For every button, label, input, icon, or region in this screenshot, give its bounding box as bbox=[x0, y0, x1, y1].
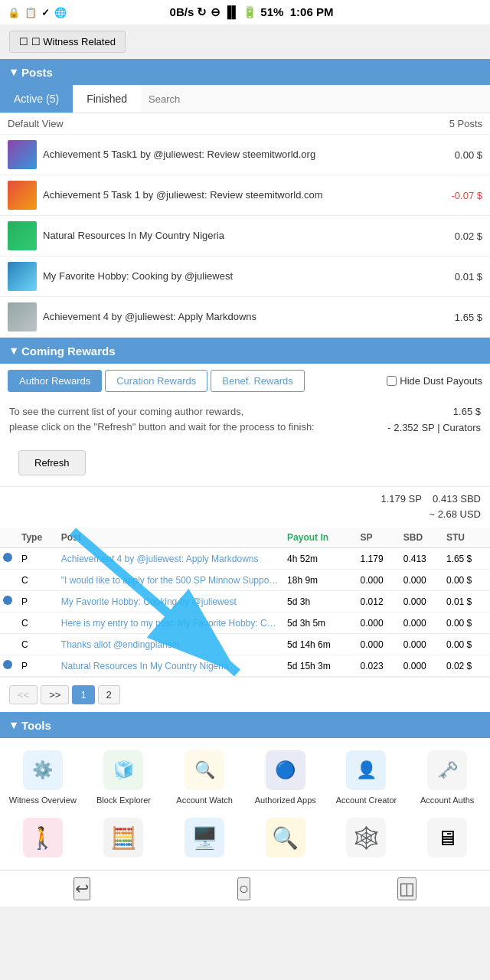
rewards-info-text: To see the current list of your coming a… bbox=[9, 404, 387, 434]
tool-item[interactable]: 🔍 bbox=[249, 818, 322, 858]
refresh-button[interactable]: Refresh bbox=[18, 450, 86, 475]
post-thumbnail bbox=[8, 302, 37, 332]
row-payout: 5d 15h 3m bbox=[284, 655, 358, 677]
tool-item[interactable]: 🖥️ bbox=[168, 818, 241, 858]
tool-item[interactable]: 🖥 bbox=[410, 818, 484, 858]
tool-label: Account Watch bbox=[176, 795, 233, 805]
row-post[interactable]: Thanks allot @endingplarism bbox=[58, 634, 284, 655]
row-dot bbox=[3, 553, 12, 562]
row-sbd: 0.000 bbox=[400, 570, 443, 591]
row-dot bbox=[3, 639, 12, 648]
row-stu: 0.00 $ bbox=[443, 634, 490, 655]
tool-label: Account Creator bbox=[336, 795, 397, 805]
row-post[interactable]: Natural Resources In My Country Nigeria bbox=[58, 655, 284, 677]
row-stu: 0.00 $ bbox=[443, 570, 490, 591]
rewards-info: To see the current list of your coming a… bbox=[0, 398, 490, 443]
row-post[interactable]: My Favorite Hobby: Cooking by @juliewest bbox=[58, 591, 284, 612]
tool-item[interactable]: 🗝️ Account Auths bbox=[410, 750, 484, 805]
post-thumbnail bbox=[8, 181, 37, 210]
summary-usd: ~ 2.68 USD bbox=[429, 508, 481, 520]
witness-label: ☐ Witness Related bbox=[31, 36, 116, 47]
tool-icon: 🕸️ bbox=[346, 818, 386, 858]
filter-label: Default View bbox=[8, 118, 64, 129]
tool-item[interactable]: 🔍 Account Watch bbox=[168, 750, 241, 805]
tab-benef-rewards[interactable]: Benef. Rewards bbox=[211, 370, 305, 392]
table-row[interactable]: CThanks allot @endingplarism5d 14h 6m0.0… bbox=[0, 634, 490, 655]
coming-rewards-header: ▾ Coming Rewards bbox=[0, 338, 490, 364]
rewards-tabs: Author Rewards Curation Rewards Benef. R… bbox=[0, 364, 490, 398]
tools-arrow-icon: ▾ bbox=[11, 718, 17, 732]
status-center: 0B/s ↻ ⊖ ▐▌ 🔋 51% 1:06 PM bbox=[170, 5, 334, 19]
page-1[interactable]: 1 bbox=[72, 685, 94, 704]
post-value: 0.00 $ bbox=[455, 149, 482, 161]
table-row[interactable]: PAchievement 4 by @juliewest: Apply Mark… bbox=[0, 548, 490, 570]
tool-icon: 🧊 bbox=[103, 750, 143, 790]
tool-item[interactable]: 👤 Account Creator bbox=[330, 750, 403, 805]
tools-grid: ⚙️ Witness Overview 🧊 Block Explorer 🔍 A… bbox=[0, 738, 490, 818]
tab-author-rewards[interactable]: Author Rewards bbox=[8, 370, 102, 392]
tab-curation-rewards[interactable]: Curation Rewards bbox=[105, 370, 207, 392]
tool-item[interactable]: 🔵 Authorized Apps bbox=[249, 750, 322, 805]
tool-icon: 🚶 bbox=[23, 818, 63, 858]
list-item[interactable]: Achievement 5 Task 1 by @juliewest: Revi… bbox=[0, 175, 490, 216]
dust-checkbox-input[interactable] bbox=[387, 376, 397, 386]
tools-section-header: ▾ Tools bbox=[0, 712, 490, 738]
post-thumbnail bbox=[8, 262, 37, 291]
col-type: Type bbox=[18, 528, 58, 548]
table-row[interactable]: CHere is my entry to my post: My Favorit… bbox=[0, 612, 490, 634]
rewards-arrow-icon: ▾ bbox=[11, 344, 17, 358]
list-item[interactable]: Achievement 5 Task1 by @juliewest: Revie… bbox=[0, 135, 490, 175]
tool-icon: 🔍 bbox=[266, 818, 305, 858]
row-sbd: 0.000 bbox=[400, 634, 443, 655]
rewards-summary: 1.179 SP 0.413 SBD ~ 2.68 USD bbox=[0, 486, 490, 528]
witness-checkbox[interactable]: ☐ bbox=[19, 36, 28, 47]
back-button[interactable]: ↩ bbox=[74, 877, 90, 900]
tool-item[interactable]: 🕸️ bbox=[330, 818, 403, 858]
row-dot bbox=[3, 617, 12, 626]
col-dot bbox=[0, 528, 18, 548]
post-title: Achievement 5 Task1 by @juliewest: Revie… bbox=[43, 149, 449, 162]
page-next[interactable]: >> bbox=[41, 685, 69, 704]
tool-item[interactable]: 🧊 Block Explorer bbox=[87, 750, 161, 805]
chrome-icon: 🌐 bbox=[54, 7, 67, 18]
row-type: C bbox=[18, 570, 58, 591]
row-payout: 5d 14h 6m bbox=[284, 634, 358, 655]
list-item[interactable]: Achievement 4 by @juliewest: Apply Markd… bbox=[0, 297, 490, 338]
row-post[interactable]: "I would like to apply for the 500 SP Mi… bbox=[58, 570, 284, 591]
post-thumbnail bbox=[8, 140, 37, 169]
tool-icon: 🔵 bbox=[266, 750, 305, 790]
post-value: 1.65 $ bbox=[455, 312, 482, 323]
row-post[interactable]: Achievement 4 by @juliewest: Apply Markd… bbox=[58, 548, 284, 570]
tool-item[interactable]: 🚶 bbox=[6, 818, 80, 858]
list-item[interactable]: Natural Resources In My Country Nigeria … bbox=[0, 216, 490, 256]
row-payout: 5d 3h 5m bbox=[284, 612, 358, 634]
list-item[interactable]: My Favorite Hobby: Cooking by @juliewest… bbox=[0, 256, 490, 297]
recent-button[interactable]: ◫ bbox=[397, 877, 416, 900]
tool-item[interactable]: 🧮 bbox=[87, 818, 161, 858]
tab-finished[interactable]: Finished bbox=[73, 85, 141, 113]
dust-checkbox-container[interactable]: Hide Dust Payouts bbox=[387, 375, 482, 387]
tool-item[interactable]: ⚙️ Witness Overview bbox=[6, 750, 80, 805]
row-post[interactable]: Here is my entry to my post: My Favorite… bbox=[58, 612, 284, 634]
page-prev-prev[interactable]: << bbox=[9, 685, 38, 704]
search-input[interactable] bbox=[141, 85, 490, 113]
tab-active[interactable]: Active (5) bbox=[0, 85, 73, 113]
row-sbd: 0.413 bbox=[400, 548, 443, 570]
posts-section-header: ▾ Posts bbox=[0, 59, 490, 85]
row-sp: 0.000 bbox=[358, 570, 400, 591]
table-row[interactable]: PNatural Resources In My Country Nigeria… bbox=[0, 655, 490, 677]
tools-grid-row2: 🚶 🧮 🖥️ 🔍 🕸️ 🖥 bbox=[0, 818, 490, 870]
post-list: Achievement 5 Task1 by @juliewest: Revie… bbox=[0, 135, 490, 338]
row-sp: 0.000 bbox=[358, 634, 400, 655]
row-payout: 4h 52m bbox=[284, 548, 358, 570]
table-row[interactable]: PMy Favorite Hobby: Cooking by @juliewes… bbox=[0, 591, 490, 612]
page-2[interactable]: 2 bbox=[98, 685, 120, 704]
row-sp: 0.000 bbox=[358, 612, 400, 634]
tool-label: Account Auths bbox=[420, 795, 474, 805]
home-button[interactable]: ○ bbox=[237, 877, 250, 900]
table-row[interactable]: C"I would like to apply for the 500 SP M… bbox=[0, 570, 490, 591]
tool-label: Witness Overview bbox=[9, 795, 77, 805]
rewards-info-values: 1.65 $- 2.352 SP | Curators bbox=[387, 404, 481, 436]
tool-icon: 🧮 bbox=[103, 818, 143, 858]
witness-related-bar[interactable]: ☐ ☐ Witness Related bbox=[9, 31, 126, 53]
